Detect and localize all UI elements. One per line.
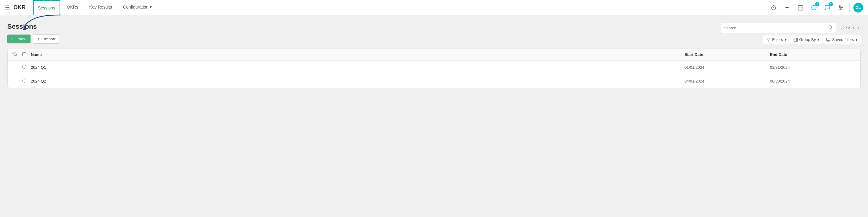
- svg-rect-18: [796, 38, 798, 41]
- nav-tab-sessions[interactable]: Sessions: [33, 0, 60, 15]
- activity-badge: 1: [815, 2, 819, 6]
- cell-start-date-1: 01/01/2024: [684, 65, 770, 70]
- cell-end-date-2: 06/30/2024: [770, 79, 856, 84]
- timer-button[interactable]: [769, 3, 778, 12]
- cell-start-date-2: 04/01/2024: [684, 79, 770, 84]
- arrow-annotation: [21, 13, 64, 32]
- refresh-button[interactable]: [12, 52, 22, 57]
- calendar-button[interactable]: [796, 3, 805, 12]
- main-content: Sessions + + New ↑ ↑ Import: [0, 15, 868, 88]
- tune-button[interactable]: [836, 3, 846, 12]
- cell-name-2: 2024 Q2: [31, 79, 684, 84]
- svg-point-13: [829, 26, 832, 28]
- chat-badge: 5: [829, 2, 833, 6]
- row-select-radio-2[interactable]: [22, 79, 26, 83]
- page-header: Sessions + + New ↑ ↑ Import: [7, 23, 861, 44]
- search-input[interactable]: [723, 26, 826, 30]
- svg-point-11: [840, 8, 841, 9]
- next-page-button[interactable]: ›: [857, 25, 861, 31]
- row-select-radio-1[interactable]: [22, 65, 26, 69]
- prev-page-button[interactable]: ‹: [851, 25, 855, 31]
- activity-button[interactable]: 1: [809, 3, 819, 12]
- svg-rect-1: [798, 5, 803, 10]
- import-button[interactable]: ↑ ↑ Import: [33, 34, 60, 44]
- upload-icon: ↑: [37, 37, 40, 41]
- nav-tab-okrs[interactable]: OKRs: [63, 0, 83, 15]
- select-all-checkbox[interactable]: [22, 52, 31, 57]
- column-header-end-date: End Date: [770, 52, 856, 57]
- svg-rect-17: [795, 38, 796, 41]
- table-row[interactable]: 2024 Q2 04/01/2024 06/30/2024: [8, 74, 860, 88]
- filters-button[interactable]: Filters ▾: [763, 35, 789, 44]
- svg-marker-15: [767, 38, 770, 41]
- pagination-info: 1-2 / 2 ‹ ›: [839, 25, 861, 31]
- table-header-row: Name Start Date End Date: [8, 49, 860, 61]
- nav-tab-key-results[interactable]: Key Results: [85, 0, 116, 15]
- action-buttons: + + New ↑ ↑ Import: [7, 34, 60, 44]
- search-icon: [828, 25, 833, 31]
- svg-rect-16: [794, 38, 795, 41]
- svg-point-10: [841, 7, 842, 8]
- search-box: [720, 23, 836, 33]
- group-by-chevron-icon: ▾: [817, 37, 819, 42]
- plus-icon: +: [11, 37, 14, 41]
- group-by-button[interactable]: Group By ▾: [790, 35, 823, 44]
- cell-name-1: 2024 Q1: [31, 65, 684, 70]
- app-logo: OKR: [13, 4, 26, 11]
- svg-point-9: [839, 5, 840, 6]
- nav-icons-group: + 1 5 CL: [769, 3, 863, 12]
- sessions-table: Name Start Date End Date 2024 Q1 01/01/2…: [7, 49, 861, 88]
- chevron-down-icon: ▾: [150, 5, 152, 9]
- filters-chevron-icon: ▾: [785, 37, 787, 42]
- add-button[interactable]: +: [782, 3, 792, 12]
- chat-button[interactable]: 5: [823, 3, 832, 12]
- cell-end-date-1: 03/31/2024: [770, 65, 856, 70]
- nav-tab-configuration[interactable]: Configuration ▾: [119, 0, 156, 15]
- saved-filters-chevron-icon: ▾: [856, 37, 858, 42]
- new-button[interactable]: + + New: [7, 34, 31, 43]
- user-avatar[interactable]: CL: [853, 3, 863, 12]
- column-header-name: Name: [31, 52, 684, 57]
- svg-line-14: [832, 28, 833, 29]
- table-row[interactable]: 2024 Q1 01/01/2024 03/31/2024: [8, 61, 860, 74]
- top-navigation: ☰ OKR Sessions OKRs Key Results Configur…: [0, 0, 868, 15]
- saved-filters-button[interactable]: Saved filters ▾: [823, 35, 861, 44]
- page-title-area: Sessions + + New ↑ ↑ Import: [7, 23, 60, 44]
- nav-divider: [849, 3, 850, 12]
- hamburger-menu-icon[interactable]: ☰: [5, 4, 10, 11]
- column-header-start-date: Start Date: [684, 52, 770, 57]
- filter-bar: Filters ▾ Group By ▾ Saved filters ▾: [763, 35, 861, 44]
- svg-rect-19: [827, 38, 831, 40]
